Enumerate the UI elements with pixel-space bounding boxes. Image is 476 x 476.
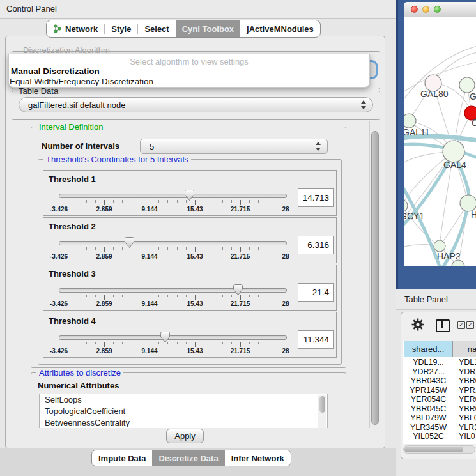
threshold-value-field[interactable]: 6.316	[298, 236, 334, 254]
tick-label: -3.426	[50, 253, 68, 260]
node-gal4[interactable]	[443, 141, 464, 162]
tick-mark	[132, 342, 132, 344]
table-rows[interactable]: YDL19...YDL1YDR27...YDR2YBR043CYBR0YPR14…	[404, 358, 476, 441]
table-row[interactable]: YBR043CYBR0	[404, 376, 476, 386]
tick-mark	[177, 200, 178, 203]
apply-button[interactable]: Apply	[166, 429, 204, 443]
threshold-value-field[interactable]: 14.713	[298, 188, 334, 207]
tick-mark	[195, 200, 196, 205]
tick-mark	[258, 200, 259, 203]
network-window-titlebar[interactable]	[404, 2, 476, 18]
table-row[interactable]: YBL079WYBL0	[404, 413, 476, 423]
table-row[interactable]: YDL19...YDL1	[404, 358, 476, 367]
column-layout-icon[interactable]	[436, 319, 450, 332]
threshold-label: Threshold 1	[49, 174, 96, 184]
zoom-traffic-light[interactable]	[434, 6, 441, 13]
tab-select[interactable]: Select	[138, 20, 175, 37]
table-row[interactable]: YLR345WYLR3	[404, 423, 476, 433]
tick-mark	[177, 247, 178, 250]
cell-shared-name: YER054C	[404, 395, 453, 404]
tab-style[interactable]: Style	[105, 20, 137, 37]
interval-definition-title: Interval Definition	[36, 122, 105, 132]
tab-jactivemnodules[interactable]: jActiveMNodules	[240, 20, 320, 37]
tab-discretize-data[interactable]: Discretize Data	[152, 450, 224, 466]
tick-mark	[213, 295, 213, 297]
label-gal4: GAL4	[443, 160, 466, 170]
tab-impute-data-label: Impute Data	[98, 454, 146, 463]
tab-impute-data[interactable]: Impute Data	[92, 450, 152, 466]
tick-mark	[167, 342, 168, 344]
tick-mark	[167, 200, 168, 203]
tick-mark	[59, 342, 59, 347]
threshold-row: Threshold 2-3.4262.8599.14415.4321.71528…	[43, 217, 337, 263]
top-tabbar: Network Style Select Cyni Toolbox jActiv…	[46, 20, 321, 38]
attribute-list-item[interactable]: SelfLoops	[40, 394, 327, 406]
table-row[interactable]: YDR27...YDR2	[404, 367, 476, 377]
table-row[interactable]: YIL052CYIL0	[404, 432, 476, 441]
slider-track[interactable]	[59, 335, 287, 340]
tick-mark	[286, 247, 286, 252]
node-ga[interactable]	[459, 77, 475, 93]
attribute-list-item[interactable]: TopologicalCoefficient	[40, 406, 327, 417]
tick-mark	[122, 200, 123, 203]
table-row[interactable]: YBR045CYBR0	[404, 404, 476, 414]
number-of-intervals-spinner[interactable]: 5	[140, 139, 328, 154]
slider-thumb[interactable]	[125, 237, 134, 248]
minimize-traffic-light[interactable]	[422, 6, 429, 13]
cell-shared-name: YLR345W	[404, 423, 453, 432]
tab-infer-network[interactable]: Infer Network	[225, 450, 291, 466]
menu-item-manual-discretization[interactable]: Manual Discretization	[11, 66, 100, 76]
checkbox-icon-2[interactable]: ✓	[466, 321, 474, 329]
tick-mark	[77, 200, 77, 203]
slider-thumb[interactable]	[160, 332, 170, 342]
tick-mark	[132, 200, 132, 203]
numerical-attributes-label: Numerical Attributes	[38, 381, 119, 390]
table-hscroll-thumb[interactable]	[404, 447, 463, 452]
number-of-intervals-label: Number of Intervals	[42, 141, 119, 151]
gear-icon[interactable]	[411, 318, 424, 331]
threshold-value-field[interactable]: 21.4	[298, 283, 334, 302]
cell-name: YBR0	[453, 404, 476, 413]
table-data-panel: Table Data galFiltered.sif default node	[12, 91, 380, 120]
slider-track[interactable]	[59, 241, 287, 245]
node-hap2[interactable]	[434, 240, 445, 252]
attributes-list-scroll-thumb[interactable]	[319, 396, 325, 413]
numerical-attributes-list[interactable]: SelfLoopsTopologicalCoefficientBetweenne…	[39, 394, 328, 428]
node-gal11[interactable]	[404, 114, 416, 128]
tick-mark	[186, 295, 187, 297]
slider-track[interactable]	[59, 194, 287, 198]
cell-shared-name: YDR27...	[404, 367, 453, 376]
tick-mark	[258, 342, 259, 344]
settings-scroll-thumb[interactable]	[371, 131, 379, 425]
threshold-value-field[interactable]: 11.344	[298, 330, 334, 349]
settings-vertical-scrollbar[interactable]	[369, 121, 381, 428]
table-data-combobox[interactable]: galFiltered.sif default node	[19, 97, 373, 112]
slider-track[interactable]	[59, 288, 287, 293]
tick-mark	[95, 247, 96, 250]
node-gcy1[interactable]	[404, 199, 408, 212]
tab-infer-network-label: Infer Network	[231, 454, 284, 463]
tick-mark	[77, 295, 77, 297]
tick-mark	[59, 200, 59, 205]
table-horizontal-scrollbar[interactable]	[403, 445, 475, 454]
tick-mark	[68, 295, 68, 297]
tab-network-label: Network	[65, 24, 98, 34]
table-row[interactable]: YER054CYER0	[404, 395, 476, 404]
column-header-shared[interactable]: shared...	[404, 341, 452, 357]
table-row[interactable]: YPR145WYPR1	[404, 386, 476, 395]
close-traffic-light[interactable]	[411, 6, 418, 13]
attributes-list-scrollbar[interactable]	[318, 395, 326, 428]
cell-shared-name: YPR145W	[404, 386, 453, 395]
column-header-name[interactable]: name	[452, 341, 476, 357]
attribute-list-item[interactable]: BetweennessCentrality	[40, 417, 327, 428]
network-canvas[interactable]: GAL80 GA GAL11 C GAL4 GCY1 H HAP2	[404, 17, 476, 266]
slider-thumb[interactable]	[233, 284, 243, 295]
label-gal80: GAL80	[420, 89, 449, 99]
tab-network[interactable]: Network	[47, 20, 104, 37]
slider-thumb[interactable]	[185, 190, 194, 201]
menu-item-equal-width-frequency[interactable]: Equal Width/Frequency Discretization	[10, 77, 153, 86]
tick-label: 2.859	[96, 300, 112, 307]
checkbox-icon-1[interactable]: ✓	[457, 321, 465, 329]
tab-cyni-toolbox[interactable]: Cyni Toolbox	[176, 20, 240, 37]
tick-label: 15.43	[187, 206, 203, 213]
